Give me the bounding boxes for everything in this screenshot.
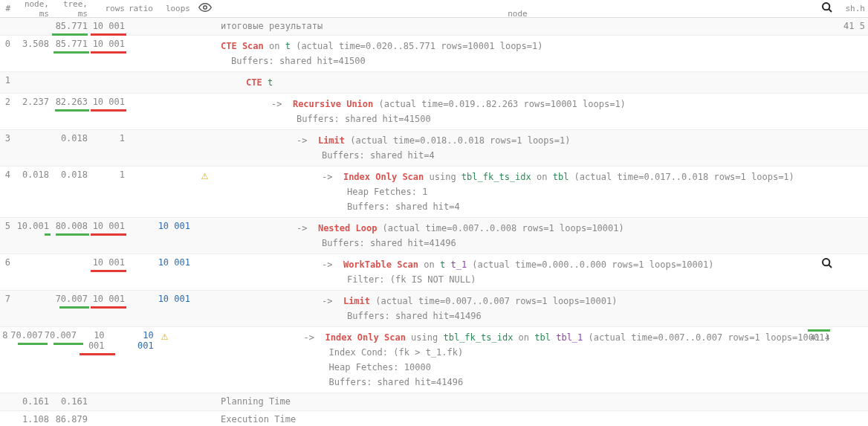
row-rows: 10 001 (78, 330, 106, 351)
svg-line-2 (829, 9, 832, 12)
timing-label: Planning Time (221, 396, 291, 407)
plan-row[interactable]: 03.50885.77110 001CTE Scan on t (actual … (0, 36, 868, 72)
row-node-ms: 3.508 (13, 39, 51, 49)
op-name: Recursive Union (293, 99, 373, 109)
row-search-icon[interactable] (821, 261, 833, 271)
plan-row[interactable]: 1CTE t (0, 72, 868, 94)
svg-point-0 (203, 6, 207, 10)
timing-row: 0.1610.161Planning Time (0, 393, 868, 411)
row-node-ms: 70.007 (10, 330, 44, 341)
plan-detail: Buffers: shared hit=41496 (221, 236, 817, 251)
row-warn: ⚠ (155, 330, 175, 342)
plan-detail: Buffers: shared hit=41496 (178, 375, 830, 390)
plan-row[interactable]: 22.23782.26310 001-> Recursive Union (ac… (0, 94, 868, 130)
row-rows: 10 001 (89, 257, 126, 268)
row-tree-ms: 70.007 (51, 294, 89, 304)
row-plan: CTE t (218, 75, 817, 90)
row-idx: 0 (0, 39, 13, 49)
svg-point-3 (823, 259, 829, 265)
row-idx: 2 (0, 97, 13, 107)
row-tree-ms: 70.007 (45, 330, 78, 341)
plan-detail: Heap Fetches: 1 (221, 184, 817, 199)
op-name: Index Only Scan (343, 172, 424, 182)
row-node-ms: 10.001 (13, 221, 51, 231)
hdr-right-tab[interactable]: sh.h (837, 4, 868, 13)
hdr-idx: # (0, 4, 13, 13)
row-idx: 5 (0, 221, 13, 231)
row-tree-ms: 0.018 (51, 170, 89, 180)
row-loops: 10 001 (155, 294, 192, 304)
op-name: Limit (318, 135, 345, 146)
row-warn: ⚠ (192, 170, 218, 181)
row-idx: 3 (0, 133, 13, 143)
summary-right: 41 5 (837, 21, 868, 31)
row-right-metric: 41 4 (810, 333, 830, 343)
timing-node: 1.108 (13, 414, 51, 425)
plan-detail: Buffers: shared hit=4 (221, 148, 817, 163)
plan-detail: Filter: (fk IS NOT NULL) (221, 272, 817, 287)
row-rows: 1 (89, 133, 126, 143)
row-plan: -> Limit (actual time=0.007..0.007 rows=… (218, 294, 817, 323)
visibility-icon[interactable] (192, 1, 218, 16)
warning-icon[interactable]: ⚠ (201, 170, 209, 181)
plan-row[interactable]: 870.00770.00710 00110 001⚠-> Index Only … (0, 327, 868, 393)
summary-rows: 10 001 (89, 21, 126, 31)
plan-detail: Heap Fetches: 10000 (178, 360, 830, 375)
hdr-loops[interactable]: loops (155, 4, 192, 13)
row-idx: 1 (0, 75, 13, 85)
op-name: CTE Scan (221, 41, 264, 51)
row-idx: 4 (0, 170, 13, 180)
hdr-node[interactable]: node, ms (13, 0, 51, 19)
row-idx: 8 (0, 330, 10, 341)
row-node-ms: 0.018 (13, 170, 51, 180)
row-search[interactable] (817, 257, 837, 271)
row-rows: 10 001 (89, 39, 126, 49)
timing-tree: 86.879 (51, 414, 89, 425)
row-tree-ms: 85.771 (51, 39, 89, 49)
row-plan: -> Index Only Scan using tbl_fk_ts_idx o… (175, 330, 830, 390)
hdr-tree[interactable]: tree, ms (51, 0, 89, 19)
plan-detail: Buffers: shared hit=41500 (221, 54, 817, 68)
hdr-plan-label: node (508, 9, 528, 19)
row-tree-ms: 0.018 (51, 133, 89, 143)
timing-row: 1.10886.879Execution Time (0, 411, 868, 426)
svg-point-1 (823, 3, 829, 10)
row-plan: -> Limit (actual time=0.018..0.018 rows=… (218, 133, 817, 163)
summary-row: 85.771 10 001 итоговые результаты 41 5 (0, 18, 868, 36)
row-plan: -> WorkTable Scan on t t_1 (actual time=… (218, 257, 817, 287)
row-plan: -> Index Only Scan using tbl_fk_ts_idx o… (218, 170, 817, 214)
row-loops: 10 001 (155, 221, 192, 231)
row-tree-ms: 80.008 (51, 221, 89, 231)
op-name: Nested Loop (318, 223, 377, 233)
timing-tree: 0.161 (51, 396, 89, 407)
search-icon[interactable] (817, 1, 837, 16)
row-plan: -> Recursive Union (actual time=0.019..8… (218, 97, 817, 126)
timing-node: 0.161 (13, 396, 51, 407)
svg-line-4 (829, 265, 832, 268)
plan-row[interactable]: 610 00110 001-> WorkTable Scan on t t_1 … (0, 254, 868, 291)
row-loops: 10 001 (155, 257, 192, 268)
op-name: WorkTable Scan (343, 259, 418, 270)
timing-label: Execution Time (221, 414, 296, 425)
row-rows: 10 001 (89, 221, 126, 231)
plan-detail: Buffers: shared hit=4 (221, 199, 817, 214)
warning-icon[interactable]: ⚠ (161, 330, 169, 342)
summary-label: итоговые результаты (221, 21, 323, 31)
hdr-ratio[interactable]: ratio (126, 4, 155, 13)
op-name: Index Only Scan (326, 332, 406, 343)
plan-row[interactable]: 30.0181-> Limit (actual time=0.018..0.01… (0, 130, 868, 167)
row-node-ms: 2.237 (13, 97, 51, 107)
hdr-rows[interactable]: rows (89, 4, 126, 13)
op-name: CTE (246, 77, 268, 88)
plan-row[interactable]: 770.00710 00110 001-> Limit (actual time… (0, 291, 868, 327)
row-tree-ms: 82.263 (51, 97, 89, 107)
plan-row[interactable]: 510.00180.00810 00110 001-> Nested Loop … (0, 218, 868, 254)
plan-detail: Buffers: shared hit=41496 (221, 309, 817, 323)
row-loops: 10 001 (127, 330, 155, 351)
row-rows: 10 001 (89, 294, 126, 304)
row-idx: 6 (0, 257, 13, 268)
plan-detail: Index Cond: (fk > t_1.fk) (178, 345, 830, 360)
row-plan: CTE Scan on t (actual time=0.020..85.771… (218, 39, 817, 68)
table-header: # node, ms tree, ms rows ratio loops nod… (0, 0, 868, 18)
plan-row[interactable]: 40.0180.0181⚠-> Index Only Scan using tb… (0, 167, 868, 218)
